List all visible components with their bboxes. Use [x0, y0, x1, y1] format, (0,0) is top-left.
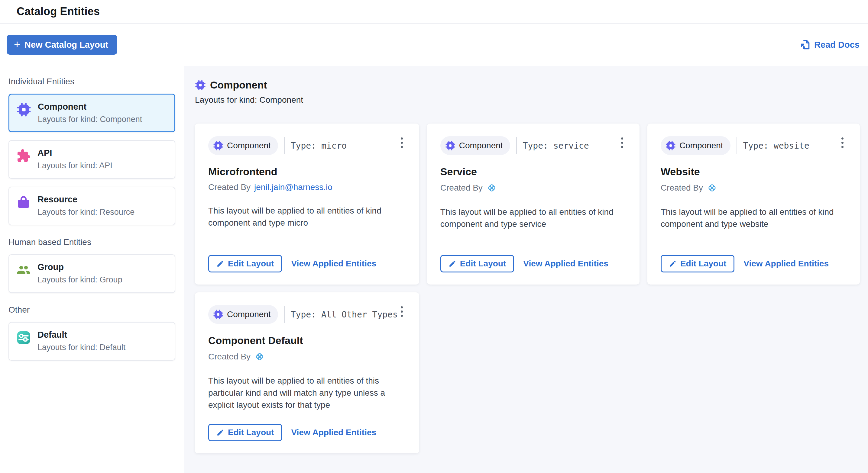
- sidebar-item-title: Group: [37, 262, 122, 272]
- section-heading-human: Human based Entities: [8, 237, 175, 247]
- created-by-label: Created By: [208, 352, 251, 362]
- sidebar-item-group[interactable]: Group Layouts for kind: Group: [8, 254, 175, 293]
- edit-layout-label: Edit Layout: [228, 428, 274, 437]
- read-docs-link[interactable]: Read Docs: [799, 39, 860, 50]
- chip-icon: [213, 140, 223, 151]
- edit-layout-button[interactable]: Edit Layout: [661, 255, 735, 272]
- created-by-link[interactable]: jenil.jain@harness.io: [254, 182, 333, 192]
- entity-kind-sidebar: Individual Entities Component Layouts fo…: [0, 66, 184, 473]
- layout-card-website: Component Type: website Website Created …: [647, 124, 860, 284]
- chip-icon: [213, 309, 223, 319]
- puzzle-icon: [16, 148, 31, 163]
- pencil-icon: [448, 260, 456, 268]
- edit-layout-label: Edit Layout: [460, 259, 506, 269]
- kebab-menu-button[interactable]: [398, 304, 406, 319]
- type-text: Type: micro: [291, 141, 347, 151]
- created-by-label: Created By: [661, 183, 703, 193]
- layout-card-component-default: Component Type: All Other Types Componen…: [195, 292, 419, 453]
- plus-icon: +: [14, 39, 20, 50]
- toolbar: + New Catalog Layout Read Docs: [0, 24, 868, 66]
- view-applied-entities-link[interactable]: View Applied Entities: [291, 259, 376, 269]
- sidebar-item-subtitle: Layouts for kind: Group: [37, 275, 122, 284]
- view-applied-entities-link[interactable]: View Applied Entities: [291, 428, 376, 437]
- edit-layout-label: Edit Layout: [228, 259, 274, 269]
- edit-layout-button[interactable]: Edit Layout: [208, 424, 282, 441]
- sidebar-item-title: API: [37, 148, 113, 158]
- sidebar-item-api[interactable]: API Layouts for kind: API: [8, 140, 175, 179]
- card-description: This layout will be applied to all entit…: [208, 375, 396, 411]
- main-title: Component: [210, 79, 267, 91]
- divider: [195, 116, 860, 116]
- harness-logo-icon: [254, 351, 265, 362]
- kind-badge-label: Component: [227, 310, 271, 319]
- pencil-icon: [216, 429, 224, 436]
- kind-badge-label: Component: [679, 141, 723, 150]
- card-description: This layout will be applied to all entit…: [440, 206, 626, 230]
- sidebar-item-title: Default: [37, 330, 125, 340]
- kind-badge: Component: [661, 136, 731, 155]
- card-title: Component Default: [208, 335, 406, 346]
- new-catalog-layout-label: New Catalog Layout: [25, 40, 108, 50]
- layouts-main-panel: Component Layouts for kind: Component Co…: [184, 66, 868, 473]
- kebab-menu-button[interactable]: [618, 135, 626, 150]
- pencil-icon: [669, 260, 677, 268]
- divider: [284, 137, 285, 154]
- kind-badge: Component: [208, 305, 278, 324]
- sidebar-item-title: Resource: [37, 195, 134, 204]
- sidebar-item-resource[interactable]: Resource Layouts for kind: Resource: [8, 187, 175, 225]
- read-docs-label: Read Docs: [814, 40, 860, 50]
- pencil-icon: [216, 260, 224, 268]
- card-title: Service: [440, 166, 626, 178]
- section-heading-other: Other: [8, 305, 175, 315]
- type-text: Type: service: [523, 141, 589, 151]
- sidebar-item-subtitle: Layouts for kind: API: [37, 161, 113, 170]
- divider: [516, 137, 517, 154]
- main-subtitle: Layouts for kind: Component: [195, 95, 860, 105]
- harness-logo-icon: [707, 182, 717, 193]
- card-title: Microfrontend: [208, 166, 406, 178]
- page-header: Catalog Entities: [0, 0, 868, 24]
- kind-badge: Component: [208, 136, 278, 155]
- view-applied-entities-link[interactable]: View Applied Entities: [523, 259, 609, 269]
- kind-badge-label: Component: [459, 141, 503, 150]
- pipeline-sliders-icon: [16, 331, 31, 345]
- sidebar-item-subtitle: Layouts for kind: Component: [38, 115, 142, 124]
- kind-badge-label: Component: [227, 141, 271, 150]
- created-by-label: Created By: [208, 182, 251, 192]
- edit-layout-button[interactable]: Edit Layout: [208, 255, 282, 272]
- chip-icon: [665, 140, 676, 151]
- kind-chip-icon: [195, 80, 206, 91]
- card-description: This layout will be applied to all entit…: [208, 205, 396, 229]
- edit-layout-button[interactable]: Edit Layout: [440, 255, 514, 272]
- sidebar-item-subtitle: Layouts for kind: Resource: [37, 207, 134, 217]
- type-text: Type: website: [743, 141, 809, 151]
- new-catalog-layout-button[interactable]: + New Catalog Layout: [7, 35, 117, 55]
- catalog-entities-page: Catalog Entities + New Catalog Layout Re…: [0, 0, 868, 473]
- card-description: This layout will be applied to all entit…: [661, 206, 846, 230]
- divider: [737, 137, 737, 154]
- page-title: Catalog Entities: [17, 5, 100, 18]
- created-by-label: Created By: [440, 183, 483, 193]
- type-text: Type: All Other Types: [291, 310, 398, 319]
- sidebar-item-subtitle: Layouts for kind: Default: [37, 343, 125, 352]
- view-applied-entities-link[interactable]: View Applied Entities: [743, 259, 829, 269]
- people-icon: [16, 263, 31, 277]
- kind-badge: Component: [440, 136, 510, 155]
- layout-cards-grid: Component Type: micro Microfrontend Crea…: [195, 124, 860, 453]
- sidebar-item-component[interactable]: Component Layouts for kind: Component: [8, 94, 175, 132]
- card-title: Website: [661, 166, 846, 178]
- chip-icon: [17, 102, 31, 117]
- layout-card-service: Component Type: service Service Created …: [427, 124, 640, 284]
- briefcase-icon: [16, 195, 31, 210]
- divider: [284, 306, 285, 323]
- section-heading-individual: Individual Entities: [8, 77, 175, 87]
- kebab-menu-button[interactable]: [398, 135, 406, 150]
- edit-layout-label: Edit Layout: [680, 259, 726, 269]
- harness-logo-icon: [486, 182, 497, 193]
- sidebar-item-title: Component: [38, 102, 142, 112]
- sidebar-item-default[interactable]: Default Layouts for kind: Default: [8, 322, 175, 361]
- read-docs-icon: [799, 39, 811, 50]
- layout-card-microfrontend: Component Type: micro Microfrontend Crea…: [195, 124, 419, 284]
- kebab-menu-button[interactable]: [838, 135, 846, 150]
- chip-icon: [445, 140, 456, 151]
